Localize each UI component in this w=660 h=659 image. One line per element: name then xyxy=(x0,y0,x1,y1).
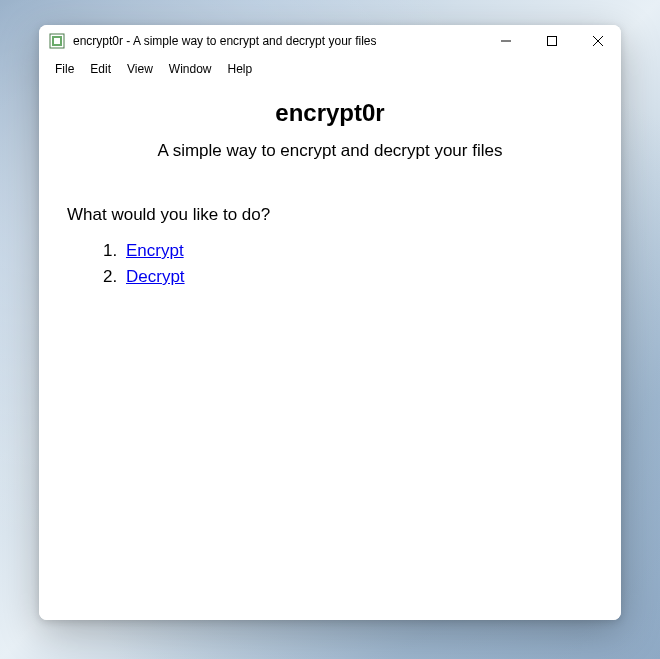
svg-rect-4 xyxy=(548,37,557,46)
close-button[interactable] xyxy=(575,25,621,57)
app-icon xyxy=(49,33,65,49)
titlebar[interactable]: encrypt0r - A simple way to encrypt and … xyxy=(39,25,621,57)
page-title: encrypt0r xyxy=(67,99,593,127)
maximize-button[interactable] xyxy=(529,25,575,57)
menu-edit[interactable]: Edit xyxy=(82,59,119,79)
page-subtitle: A simple way to encrypt and decrypt your… xyxy=(67,141,593,161)
list-item: Decrypt xyxy=(122,267,593,287)
list-item: Encrypt xyxy=(122,241,593,261)
content-area: encrypt0r A simple way to encrypt and de… xyxy=(39,81,621,620)
window-title: encrypt0r - A simple way to encrypt and … xyxy=(73,34,483,48)
menu-help[interactable]: Help xyxy=(220,59,261,79)
minimize-icon xyxy=(501,36,511,46)
menu-file[interactable]: File xyxy=(47,59,82,79)
encrypt-link[interactable]: Encrypt xyxy=(126,241,184,260)
options-list: Encrypt Decrypt xyxy=(67,241,593,287)
maximize-icon xyxy=(547,36,557,46)
menubar: File Edit View Window Help xyxy=(39,57,621,81)
minimize-button[interactable] xyxy=(483,25,529,57)
close-icon xyxy=(593,36,603,46)
prompt-text: What would you like to do? xyxy=(67,205,593,225)
decrypt-link[interactable]: Decrypt xyxy=(126,267,185,286)
window-controls xyxy=(483,25,621,57)
menu-view[interactable]: View xyxy=(119,59,161,79)
app-window: encrypt0r - A simple way to encrypt and … xyxy=(39,25,621,620)
menu-window[interactable]: Window xyxy=(161,59,220,79)
svg-rect-2 xyxy=(54,38,60,44)
